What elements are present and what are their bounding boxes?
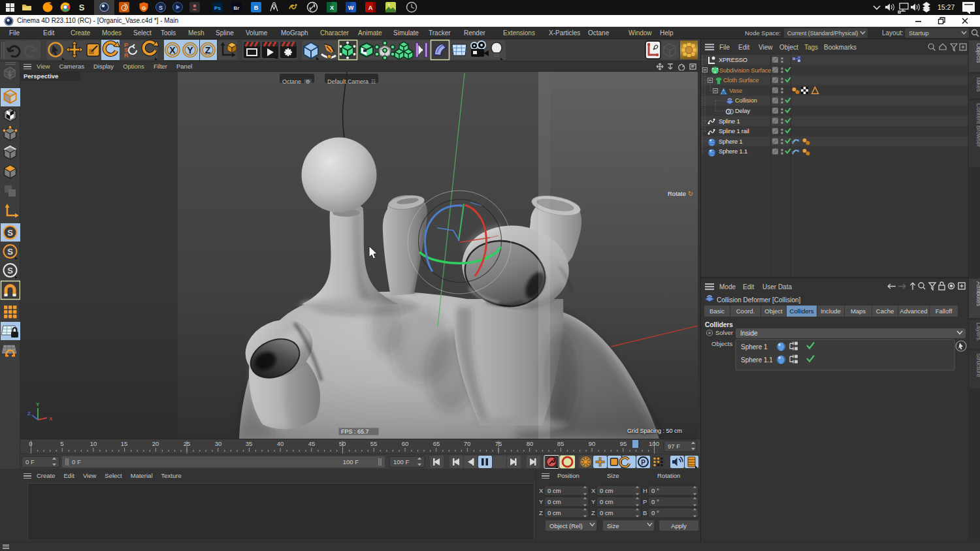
svg-text:0 cm: 0 cm <box>600 487 613 494</box>
svg-text:100 F: 100 F <box>393 458 409 465</box>
svg-text:35: 35 <box>246 440 253 447</box>
svg-text:XPRESSO: XPRESSO <box>719 57 747 63</box>
svg-text:45: 45 <box>308 440 316 447</box>
svg-text:Sphere 1.1: Sphere 1.1 <box>741 356 773 364</box>
svg-text:Tags: Tags <box>804 44 818 51</box>
svg-text:Z: Z <box>539 509 543 516</box>
svg-text:0 F: 0 F <box>25 458 35 465</box>
svg-text:H: H <box>643 487 647 494</box>
svg-text:P: P <box>643 498 647 505</box>
svg-text:Br: Br <box>234 5 240 11</box>
svg-text:25: 25 <box>184 440 191 447</box>
svg-text:100: 100 <box>649 440 659 447</box>
svg-text:Falloff: Falloff <box>936 307 953 315</box>
svg-text:X: X <box>591 487 596 494</box>
svg-text:Object: Object <box>764 307 783 315</box>
svg-text:Apply: Apply <box>671 522 687 529</box>
svg-text:0 °: 0 ° <box>651 498 659 505</box>
svg-text:90: 90 <box>589 440 596 447</box>
svg-text:Cache: Cache <box>876 307 894 315</box>
svg-text:80: 80 <box>527 440 534 447</box>
svg-text:R: R <box>124 52 129 59</box>
svg-text:Mode: Mode <box>719 283 736 291</box>
svg-text:X: X <box>169 45 176 55</box>
svg-text:55: 55 <box>370 440 378 447</box>
svg-text:Takes: Takes <box>975 76 980 92</box>
svg-text:A: A <box>368 5 373 11</box>
svg-text:Sphere 1: Sphere 1 <box>741 343 768 351</box>
svg-text:75: 75 <box>495 440 502 447</box>
svg-text:P: P <box>641 459 645 466</box>
svg-text:Object (Rel): Object (Rel) <box>549 522 583 529</box>
svg-text:S: S <box>159 5 163 11</box>
svg-text:Collision: Collision <box>735 97 757 104</box>
svg-text:10: 10 <box>90 440 97 447</box>
svg-text:40: 40 <box>277 440 284 447</box>
svg-text:20: 20 <box>152 440 159 447</box>
svg-text:60: 60 <box>402 440 409 447</box>
svg-text:Object: Object <box>779 44 798 51</box>
svg-text:Size: Size <box>607 522 619 529</box>
svg-text:Y: Y <box>539 498 544 505</box>
svg-text:Advanced: Advanced <box>900 307 927 315</box>
svg-text:0 cm: 0 cm <box>547 487 561 494</box>
svg-text:85: 85 <box>557 440 564 447</box>
svg-text:Y: Y <box>36 401 40 407</box>
svg-text:0 cm: 0 cm <box>600 509 613 516</box>
svg-text:0: 0 <box>29 440 32 447</box>
svg-text:0 cm: 0 cm <box>600 498 613 505</box>
svg-text:Colliders: Colliders <box>790 307 814 315</box>
svg-text:Y: Y <box>591 498 596 505</box>
svg-text:Subdivision Surface: Subdivision Surface <box>719 67 771 74</box>
svg-text:Cloth Surface: Cloth Surface <box>723 77 759 84</box>
svg-text:S: S <box>7 247 13 257</box>
svg-text:W: W <box>348 5 354 11</box>
svg-text:5: 5 <box>60 440 63 447</box>
svg-text:File: File <box>719 44 730 51</box>
svg-text:S: S <box>7 228 13 238</box>
svg-text:Z: Z <box>27 411 31 417</box>
svg-text:Spline 1 rail: Spline 1 rail <box>719 128 749 134</box>
svg-text:Collision Deformer [Collision]: Collision Deformer [Collision] <box>717 296 801 304</box>
svg-text:Edit: Edit <box>743 283 754 291</box>
svg-text:Colliders: Colliders <box>705 321 733 328</box>
svg-text:Z: Z <box>591 509 595 516</box>
svg-text:X: X <box>330 5 334 11</box>
svg-text:B: B <box>643 509 647 516</box>
svg-text:Y: Y <box>187 45 193 55</box>
svg-text:100 F: 100 F <box>343 458 359 465</box>
svg-text:Objects: Objects <box>711 340 732 347</box>
svg-text:97 F: 97 F <box>668 443 680 450</box>
svg-text:15:27: 15:27 <box>938 3 955 11</box>
svg-text:Structure: Structure <box>975 353 980 377</box>
svg-text:Include: Include <box>821 307 841 315</box>
svg-text:Spline 1: Spline 1 <box>719 118 740 125</box>
svg-text:0 cm: 0 cm <box>547 509 561 516</box>
svg-text:Edit: Edit <box>738 44 749 51</box>
svg-text:Bookmarks: Bookmarks <box>824 44 857 51</box>
svg-text:65: 65 <box>433 440 440 447</box>
svg-text:0 °: 0 ° <box>651 509 659 516</box>
svg-text:Solver: Solver <box>715 329 733 336</box>
svg-text:Coord.: Coord. <box>736 307 755 315</box>
svg-text:Basic: Basic <box>710 307 725 315</box>
svg-text:70: 70 <box>464 440 471 447</box>
svg-text:B: B <box>254 5 259 11</box>
svg-text:S: S <box>7 266 13 276</box>
svg-text:Attributes: Attributes <box>975 281 980 307</box>
svg-text:50: 50 <box>339 440 346 447</box>
svg-text:S: S <box>79 3 85 12</box>
svg-text:Vase: Vase <box>729 87 742 94</box>
svg-text:G: G <box>142 5 146 11</box>
svg-text:Objects: Objects <box>975 43 980 63</box>
svg-text:30: 30 <box>215 440 222 447</box>
svg-text:Z: Z <box>205 45 211 55</box>
svg-text:View: View <box>759 44 773 51</box>
svg-text:0 F: 0 F <box>72 458 81 465</box>
svg-text:Layers: Layers <box>975 323 980 341</box>
svg-text:0 °: 0 ° <box>651 487 659 494</box>
svg-text:Sphere 1.1: Sphere 1.1 <box>719 148 747 155</box>
svg-text:Maps: Maps <box>851 307 866 315</box>
svg-text:X: X <box>539 487 544 494</box>
svg-text:User Data: User Data <box>762 283 792 291</box>
